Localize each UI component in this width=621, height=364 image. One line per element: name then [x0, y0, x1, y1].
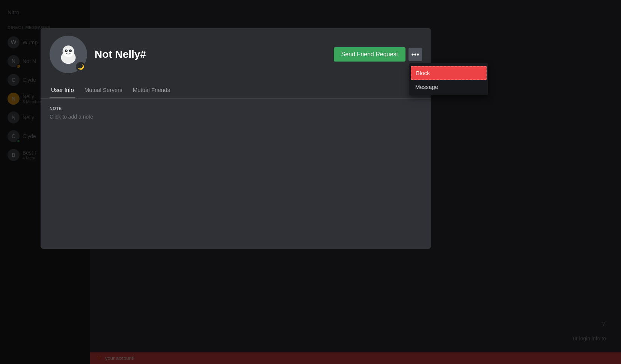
profile-header: 🌙 Not Nelly# Send Friend Request ••• Use… — [41, 28, 431, 99]
svg-point-3 — [65, 50, 68, 52]
tab-mutual-servers[interactable]: Mutual Servers — [83, 82, 124, 98]
tab-user-info[interactable]: User Info — [50, 82, 75, 98]
more-options-button[interactable]: ••• — [408, 48, 422, 61]
tab-mutual-friends[interactable]: Mutual Friends — [131, 82, 172, 98]
svg-point-6 — [71, 50, 72, 51]
note-label: NOTE — [50, 106, 422, 111]
status-moon-emoji: 🌙 — [78, 64, 84, 70]
ellipsis-icon: ••• — [411, 50, 419, 59]
note-input[interactable]: Click to add a note — [50, 114, 422, 120]
svg-point-2 — [63, 45, 74, 57]
profile-avatar-wrapper: 🌙 — [50, 36, 87, 73]
send-friend-request-button[interactable]: Send Friend Request — [334, 47, 405, 62]
profile-username: Not Nelly# — [95, 48, 334, 60]
context-menu: Block Message — [409, 63, 488, 95]
block-menu-item[interactable]: Block — [411, 66, 487, 80]
profile-actions: Send Friend Request ••• — [334, 47, 422, 62]
svg-point-5 — [66, 50, 67, 51]
profile-tabs: User Info Mutual Servers Mutual Friends — [50, 82, 422, 98]
profile-body: NOTE Click to add a note — [41, 99, 431, 249]
message-menu-item[interactable]: Message — [409, 81, 488, 93]
svg-point-4 — [69, 50, 72, 52]
note-section: NOTE Click to add a note — [50, 106, 422, 120]
profile-header-top: 🌙 Not Nelly# Send Friend Request ••• — [50, 36, 422, 81]
profile-modal: 🌙 Not Nelly# Send Friend Request ••• Use… — [41, 28, 431, 249]
profile-status-badge: 🌙 — [76, 62, 86, 72]
